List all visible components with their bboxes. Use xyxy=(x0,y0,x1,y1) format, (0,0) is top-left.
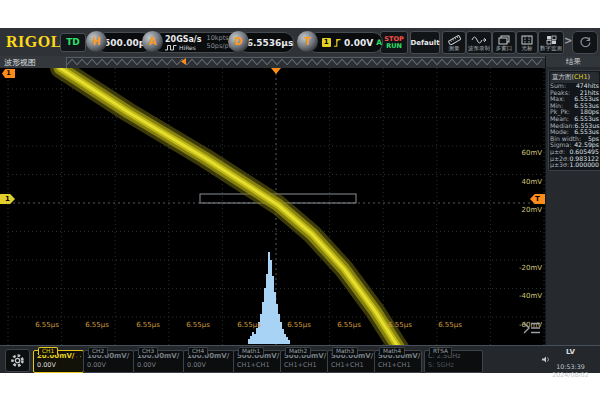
channel-box-ch4[interactable]: CH4 100.00mV/ 0.00V xyxy=(183,350,234,373)
waveform-canvas xyxy=(0,68,545,345)
histogram-result-panel[interactable]: 直方图(CH1) Sum:474hitsPeaks:21hitsMax:6.55… xyxy=(548,70,600,171)
lock-icon xyxy=(80,353,81,360)
run-stop-button[interactable]: STOP RUN xyxy=(380,31,408,54)
math-box-math1[interactable]: Math1 500.00mV/ CH1+CH1 xyxy=(233,350,281,373)
y-axis-label: -20mV xyxy=(508,264,542,272)
trigger-source-badge: 1 xyxy=(322,38,331,47)
x-axis-label: 6.55μs xyxy=(383,321,417,329)
histogram-bar xyxy=(286,337,288,344)
x-axis-label: 6.55μs xyxy=(131,321,165,329)
sound-icon xyxy=(542,356,550,363)
histogram-bar xyxy=(288,340,290,344)
oscilloscope-display: RIGOL TD 500.00ps/ H 20GSa/s HiRes 10kpt… xyxy=(0,28,600,372)
gear-icon xyxy=(10,353,25,368)
results-sidebar: 结果 直方图(CH1) Sum:474hitsPeaks:21hitsMax:6… xyxy=(545,56,600,345)
histogram-bar xyxy=(264,288,266,344)
y-axis-label: -40mV xyxy=(508,292,542,300)
acquire-knob[interactable]: A xyxy=(142,31,163,52)
ruler-icon xyxy=(448,35,461,45)
clock-time: 10:53:39 xyxy=(542,363,599,371)
rigol-logo: RIGOL xyxy=(6,33,62,51)
y-axis-label: 20mV xyxy=(508,206,542,214)
ch1-trace xyxy=(60,68,400,345)
system-status-box[interactable]: LV 10:53:39 2024/08/02 xyxy=(542,348,599,371)
x-axis-label: 6.55μs xyxy=(332,321,366,329)
histogram-statistics: Sum:474hitsPeaks:21hitsMax:6.553usMin:6.… xyxy=(550,83,599,169)
math-box-math4[interactable]: Math4 500.00mV/ CH1+CH1 xyxy=(374,350,422,373)
channel-status-bar: CH1 20.00mV/ 0.00VCH2 100.00mV/ 0.00VCH3… xyxy=(0,345,600,373)
menu-expand-icon[interactable] xyxy=(521,320,543,336)
trigger-sweep-badge: A xyxy=(376,38,382,47)
trigger-readout[interactable]: 1 0.00V A xyxy=(307,32,383,53)
histogram-bar xyxy=(268,252,270,344)
y-axis-label: 40mV xyxy=(508,178,542,186)
waveform-record-button[interactable]: 波形录制 xyxy=(466,31,492,54)
results-header: 结果 xyxy=(546,56,600,67)
multi-window-icon xyxy=(498,35,510,45)
histogram-bar xyxy=(282,329,284,344)
trigger-knob[interactable]: T xyxy=(297,31,318,52)
histogram-bar xyxy=(274,292,276,344)
histogram-bar xyxy=(256,328,258,344)
status-label: LV xyxy=(542,348,599,363)
histogram-bar xyxy=(270,260,272,344)
math-box-math3[interactable]: Math3 500.00mV/ CH1+CH1 xyxy=(327,350,375,373)
y-axis-label: 60mV xyxy=(508,149,542,157)
tab-waveform-view[interactable]: 波形视图 xyxy=(4,57,36,68)
x-axis-label: 6.55μs xyxy=(181,321,215,329)
cursor-icon xyxy=(521,35,533,45)
channel-box-ch3[interactable]: CH3 100.00mV/ 0.00V xyxy=(133,350,184,373)
histogram-bar xyxy=(276,304,278,344)
default-button[interactable]: Default xyxy=(410,31,440,54)
circular-arrows-icon xyxy=(579,36,592,49)
delay-knob[interactable]: D xyxy=(228,31,249,52)
histogram-bar xyxy=(266,274,268,344)
histogram-bar xyxy=(252,332,254,344)
waveform-plot-area[interactable]: 60mV40mV20mV-20mV-40mV-60mV 6.55μs6.55μs… xyxy=(0,68,545,345)
math-box-math2[interactable]: Math2 500.00mV/ CH1+CH1 xyxy=(280,350,328,373)
histogram-bar xyxy=(272,276,274,344)
rigol-oscilloscope-screen: { "toolbar": { "logo": "RIGOL", "status_… xyxy=(0,0,600,400)
histogram-bar xyxy=(248,339,250,344)
stat-row: μ±3σ:1.000000 xyxy=(550,162,599,169)
wave-record-icon xyxy=(471,35,487,45)
overview-waveform xyxy=(67,58,543,66)
histogram-bar xyxy=(254,334,256,344)
rtsa-box[interactable]: RTSA C: 2.5GHz S: 5GHz xyxy=(424,350,483,373)
x-axis-label: 6.55μs xyxy=(80,321,114,329)
settings-button[interactable] xyxy=(5,349,30,372)
channel-box-ch2[interactable]: CH2 100.00mV/ 0.00V xyxy=(83,350,134,373)
digital-monitor-icon xyxy=(546,35,557,45)
rising-edge-icon xyxy=(333,37,342,48)
channel-box-ch1[interactable]: CH1 20.00mV/ 0.00V xyxy=(33,350,84,373)
top-toolbar: RIGOL TD 500.00ps/ H 20GSa/s HiRes 10kpt… xyxy=(0,28,600,57)
measure-button[interactable]: 测量 xyxy=(442,31,466,54)
square-wave-icon xyxy=(165,44,177,51)
clock-date: 2024/08/02 xyxy=(542,371,599,379)
dc-coupling-icon xyxy=(76,354,77,360)
horizontal-knob[interactable]: H xyxy=(86,31,107,52)
view-tab-row: 波形视图 xyxy=(0,56,600,68)
x-axis-label: 6.55μs xyxy=(232,321,266,329)
x-axis-label: 6.55μs xyxy=(433,321,467,329)
self-cal-button[interactable] xyxy=(572,31,598,54)
histogram-bar xyxy=(284,334,286,344)
digital-monitor-button[interactable]: 数字监测 xyxy=(538,31,564,54)
multi-window-button[interactable]: 多窗口 xyxy=(492,31,516,54)
histogram-bar xyxy=(250,336,252,344)
histogram-bar xyxy=(278,314,280,344)
trigger-status-badge: TD xyxy=(60,33,86,52)
histogram-bar xyxy=(260,314,262,344)
x-axis-label: 6.55μs xyxy=(30,321,64,329)
x-axis-label: 6.55μs xyxy=(282,321,316,329)
cursor-button[interactable]: 光标 xyxy=(516,31,538,54)
